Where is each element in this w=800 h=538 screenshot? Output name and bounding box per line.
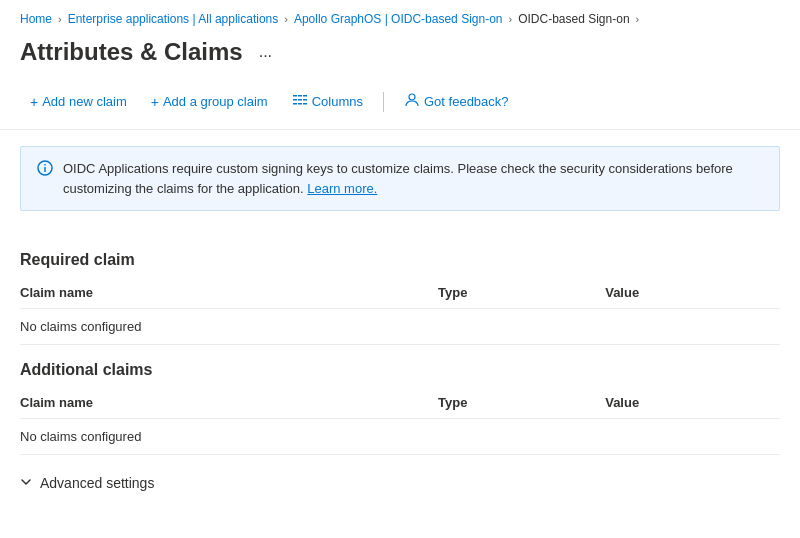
columns-icon xyxy=(292,92,308,111)
add-group-claim-label: Add a group claim xyxy=(163,94,268,109)
info-banner-text: OIDC Applications require custom signing… xyxy=(63,159,763,198)
add-new-claim-label: Add new claim xyxy=(42,94,127,109)
breadcrumb-sep-2: › xyxy=(284,13,288,25)
advanced-settings-label: Advanced settings xyxy=(40,475,154,491)
svg-rect-6 xyxy=(293,103,297,105)
required-no-claims: No claims configured xyxy=(20,309,438,345)
svg-rect-5 xyxy=(303,99,307,101)
feedback-button[interactable]: Got feedback? xyxy=(394,86,519,117)
page-header: Attributes & Claims ... xyxy=(0,34,800,78)
chevron-down-icon xyxy=(20,476,32,491)
breadcrumb-enterprise-apps[interactable]: Enterprise applications | All applicatio… xyxy=(68,12,279,26)
additional-claims-table: Claim name Type Value No claims configur… xyxy=(20,387,780,455)
feedback-icon xyxy=(404,92,420,111)
add-new-claim-button[interactable]: + Add new claim xyxy=(20,88,137,116)
info-icon xyxy=(37,160,53,180)
svg-point-9 xyxy=(409,94,415,100)
svg-rect-0 xyxy=(293,95,297,97)
svg-rect-3 xyxy=(293,99,297,101)
breadcrumb-apollo-graphos[interactable]: Apollo GraphOS | OIDC-based Sign-on xyxy=(294,12,503,26)
additional-no-claims: No claims configured xyxy=(20,419,438,455)
columns-label: Columns xyxy=(312,94,363,109)
table-row: No claims configured xyxy=(20,419,780,455)
required-claim-title: Required claim xyxy=(20,251,780,269)
required-col-value: Value xyxy=(605,277,780,309)
advanced-settings-toggle[interactable]: Advanced settings xyxy=(20,471,780,495)
additional-col-type: Type xyxy=(438,387,605,419)
required-col-claim-name: Claim name xyxy=(20,277,438,309)
svg-rect-1 xyxy=(298,95,302,97)
info-banner: OIDC Applications require custom signing… xyxy=(20,146,780,211)
more-options-button[interactable]: ... xyxy=(253,39,278,65)
svg-rect-12 xyxy=(44,164,46,166)
additional-col-value: Value xyxy=(605,387,780,419)
breadcrumb-sep-1: › xyxy=(58,13,62,25)
additional-claims-title: Additional claims xyxy=(20,361,780,379)
learn-more-link[interactable]: Learn more. xyxy=(307,181,377,196)
feedback-label: Got feedback? xyxy=(424,94,509,109)
plus-icon-group: + xyxy=(151,94,159,110)
breadcrumb-sep-4: › xyxy=(636,13,640,25)
plus-icon-new: + xyxy=(30,94,38,110)
page-title: Attributes & Claims xyxy=(20,38,243,66)
toolbar: + Add new claim + Add a group claim Colu… xyxy=(0,78,800,130)
additional-col-claim-name: Claim name xyxy=(20,387,438,419)
required-col-type: Type xyxy=(438,277,605,309)
svg-rect-7 xyxy=(298,103,302,105)
breadcrumb-current: OIDC-based Sign-on xyxy=(518,12,629,26)
main-content: Required claim Claim name Type Value No … xyxy=(0,227,800,511)
additional-type-empty xyxy=(438,419,605,455)
add-group-claim-button[interactable]: + Add a group claim xyxy=(141,88,278,116)
breadcrumb-home[interactable]: Home xyxy=(20,12,52,26)
breadcrumb: Home › Enterprise applications | All app… xyxy=(0,0,800,34)
svg-rect-4 xyxy=(298,99,302,101)
toolbar-divider xyxy=(383,92,384,112)
additional-value-empty xyxy=(605,419,780,455)
required-type-empty xyxy=(438,309,605,345)
required-value-empty xyxy=(605,309,780,345)
columns-button[interactable]: Columns xyxy=(282,86,373,117)
svg-rect-11 xyxy=(44,167,46,172)
required-claims-table: Claim name Type Value No claims configur… xyxy=(20,277,780,345)
table-row: No claims configured xyxy=(20,309,780,345)
breadcrumb-sep-3: › xyxy=(509,13,513,25)
svg-rect-2 xyxy=(303,95,307,97)
svg-rect-8 xyxy=(303,103,307,105)
